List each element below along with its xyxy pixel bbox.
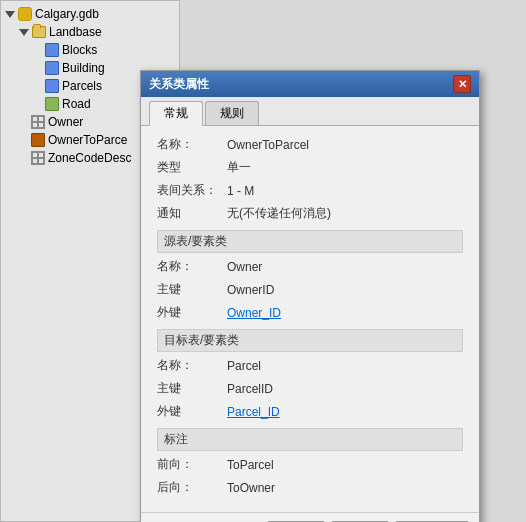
field-notify-row: 通知 无(不传递任何消息) xyxy=(157,205,463,222)
source-pk-value: OwnerID xyxy=(227,283,274,297)
notify-value: 无(不传递任何消息) xyxy=(227,205,331,222)
source-pk-label: 主键 xyxy=(157,281,227,298)
notify-label: 通知 xyxy=(157,205,227,222)
source-name-label: 名称： xyxy=(157,258,227,275)
type-value: 单一 xyxy=(227,159,251,176)
dest-pk-value: ParcelID xyxy=(227,382,273,396)
dest-pk-label: 主键 xyxy=(157,380,227,397)
dest-name-label: 名称： xyxy=(157,357,227,374)
name-label: 名称： xyxy=(157,136,227,153)
source-name-value: Owner xyxy=(227,260,262,274)
backward-row: 后向： ToOwner xyxy=(157,479,463,496)
forward-label: 前向： xyxy=(157,456,227,473)
source-section-header: 源表/要素类 xyxy=(157,230,463,253)
relationship-properties-dialog: 关系类属性 ✕ 常规 规则 名称： OwnerToParcel 类型 单一 表间… xyxy=(140,70,480,522)
source-fk-label: 外键 xyxy=(157,304,227,321)
source-name-row: 名称： Owner xyxy=(157,258,463,275)
tab-bar: 常规 规则 xyxy=(141,97,479,126)
source-fk-value[interactable]: Owner_ID xyxy=(227,306,281,320)
label-section-header: 标注 xyxy=(157,428,463,451)
dialog-body: 名称： OwnerToParcel 类型 单一 表间关系： 1 - M 通知 无… xyxy=(141,126,479,512)
dest-fk-row: 外键 Parcel_ID xyxy=(157,403,463,420)
dialog-titlebar: 关系类属性 ✕ xyxy=(141,71,479,97)
name-value: OwnerToParcel xyxy=(227,138,309,152)
backward-label: 后向： xyxy=(157,479,227,496)
close-button[interactable]: ✕ xyxy=(453,75,471,93)
dialog-title: 关系类属性 xyxy=(149,76,209,93)
source-fk-row: 外键 Owner_ID xyxy=(157,304,463,321)
field-name-row: 名称： OwnerToParcel xyxy=(157,136,463,153)
tab-rules[interactable]: 规则 xyxy=(205,101,259,125)
field-type-row: 类型 单一 xyxy=(157,159,463,176)
dest-pk-row: 主键 ParcelID xyxy=(157,380,463,397)
relation-value: 1 - M xyxy=(227,184,254,198)
forward-row: 前向： ToParcel xyxy=(157,456,463,473)
forward-value: ToParcel xyxy=(227,458,274,472)
tab-general[interactable]: 常规 xyxy=(149,101,203,126)
dest-section-header: 目标表/要素类 xyxy=(157,329,463,352)
dest-fk-label: 外键 xyxy=(157,403,227,420)
type-label: 类型 xyxy=(157,159,227,176)
dest-name-row: 名称： Parcel xyxy=(157,357,463,374)
backward-value: ToOwner xyxy=(227,481,275,495)
dest-fk-value[interactable]: Parcel_ID xyxy=(227,405,280,419)
relation-label: 表间关系： xyxy=(157,182,227,199)
dialog-footer: 确定 取消 应用(A) xyxy=(141,512,479,522)
source-pk-row: 主键 OwnerID xyxy=(157,281,463,298)
dest-name-value: Parcel xyxy=(227,359,261,373)
field-relation-row: 表间关系： 1 - M xyxy=(157,182,463,199)
